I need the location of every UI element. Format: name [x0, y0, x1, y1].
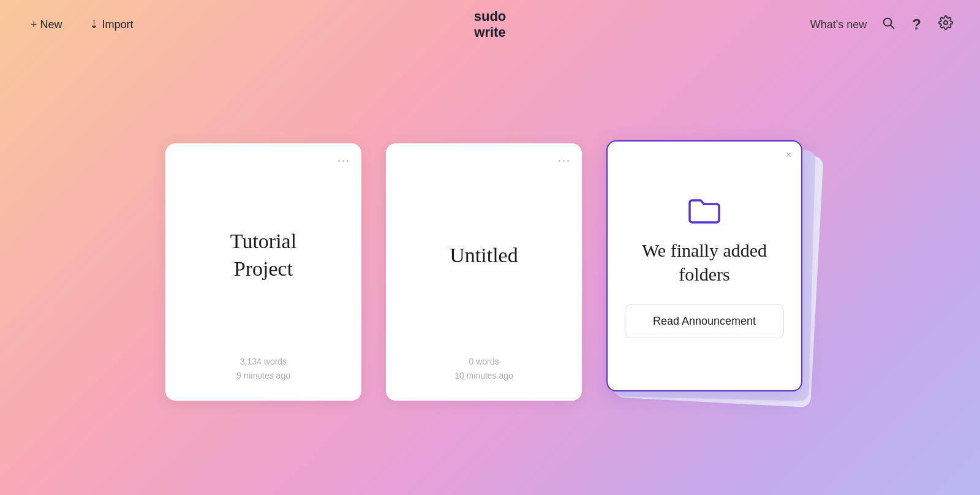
search-button[interactable]: [879, 13, 897, 36]
help-button[interactable]: ?: [910, 13, 924, 36]
card-menu-untitled[interactable]: ···: [558, 154, 571, 168]
card-menu-tutorial[interactable]: ···: [337, 154, 350, 168]
import-icon: ⇣: [89, 18, 99, 31]
announcement-card: × We finally added folders Read Announce…: [606, 140, 802, 391]
logo-line1: sudo: [474, 9, 507, 24]
import-button[interactable]: ⇣ Import: [83, 14, 140, 35]
new-button[interactable]: + New: [24, 15, 69, 35]
help-icon: ?: [912, 16, 921, 32]
header-left: + New ⇣ Import: [24, 14, 140, 35]
announcement-stack: × We finally added folders Read Announce…: [606, 140, 815, 404]
settings-button[interactable]: [936, 13, 956, 36]
untitled-time: 10 minutes ago: [454, 369, 513, 382]
untitled-word-count: 0 words: [454, 355, 513, 368]
search-icon: [881, 16, 895, 29]
read-announcement-button[interactable]: Read Announcement: [625, 304, 784, 338]
header: + New ⇣ Import sudo write What's new ?: [0, 0, 980, 49]
untitled-card-meta: 0 words 10 minutes ago: [454, 355, 513, 382]
untitled-card-title: Untitled: [450, 242, 518, 269]
svg-line-1: [891, 25, 894, 28]
header-right: What's new ?: [810, 13, 956, 36]
settings-icon: [938, 15, 953, 30]
tutorial-time: 9 minutes ago: [236, 369, 290, 382]
whats-new-button[interactable]: What's new: [810, 18, 867, 31]
folder-icon: [686, 194, 723, 226]
logo-line2: write: [474, 25, 505, 40]
tutorial-word-count: 3,134 words: [236, 355, 290, 368]
main-content: ··· TutorialProject 3,134 words 9 minute…: [0, 49, 980, 495]
import-label: Import: [102, 18, 134, 31]
tutorial-card-meta: 3,134 words 9 minutes ago: [236, 355, 290, 382]
project-card-untitled[interactable]: ··· Untitled 0 words 10 minutes ago: [386, 143, 582, 401]
tutorial-card-title: TutorialProject: [230, 228, 296, 282]
svg-point-2: [944, 21, 948, 25]
announcement-close-button[interactable]: ×: [786, 150, 791, 160]
project-card-tutorial[interactable]: ··· TutorialProject 3,134 words 9 minute…: [165, 143, 361, 401]
logo: sudo write: [474, 9, 507, 41]
announcement-title: We finally added folders: [625, 238, 784, 286]
